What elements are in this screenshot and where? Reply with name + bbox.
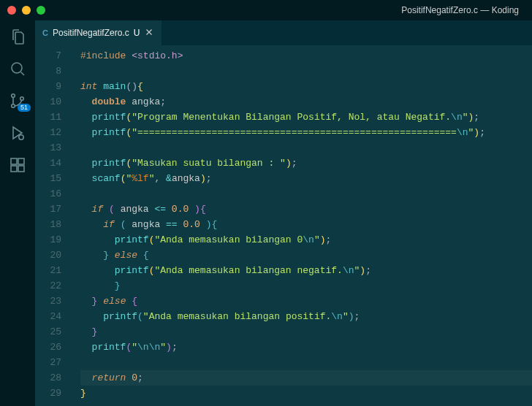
- c-file-icon: C: [42, 28, 48, 37]
- svg-rect-6: [11, 166, 17, 172]
- svg-rect-8: [18, 158, 24, 164]
- svg-rect-5: [11, 158, 17, 164]
- close-window-button[interactable]: [7, 6, 16, 15]
- maximize-window-button[interactable]: [37, 6, 45, 15]
- run-debug-icon[interactable]: [9, 124, 26, 142]
- explorer-icon[interactable]: [9, 28, 26, 45]
- search-icon[interactable]: [9, 60, 26, 77]
- window-controls: [7, 6, 45, 15]
- svg-point-2: [12, 104, 15, 108]
- tab-label: PositifNegatifZero.c: [53, 28, 129, 38]
- window-title: PositifNegatifZero.c — Koding: [0, 5, 532, 15]
- svg-point-1: [12, 94, 15, 98]
- svg-point-4: [19, 135, 23, 139]
- activity-bar: 51: [0, 20, 35, 406]
- svg-rect-7: [18, 166, 24, 172]
- title-bar: PositifNegatifZero.c — Koding: [0, 0, 532, 20]
- code-editor[interactable]: 7891011121314151617181920212223242526272…: [35, 45, 532, 406]
- extensions-icon[interactable]: [9, 156, 26, 174]
- minimize-window-button[interactable]: [22, 6, 31, 15]
- tab-modified-indicator: U: [134, 28, 140, 38]
- source-control-icon[interactable]: 51: [9, 92, 26, 110]
- svg-point-3: [20, 97, 24, 101]
- tab-positifnegatifzero[interactable]: C PositifNegatifZero.c U: [35, 20, 162, 45]
- scm-badge: 51: [18, 104, 31, 112]
- code-content[interactable]: #include <stdio.h> int main(){ double an…: [72, 45, 532, 406]
- editor-area: C PositifNegatifZero.c U 789101112131415…: [35, 20, 532, 406]
- svg-point-0: [12, 63, 22, 73]
- line-number-gutter: 7891011121314151617181920212223242526272…: [35, 45, 72, 406]
- tab-bar: C PositifNegatifZero.c U: [35, 20, 532, 45]
- close-tab-icon[interactable]: [144, 27, 154, 39]
